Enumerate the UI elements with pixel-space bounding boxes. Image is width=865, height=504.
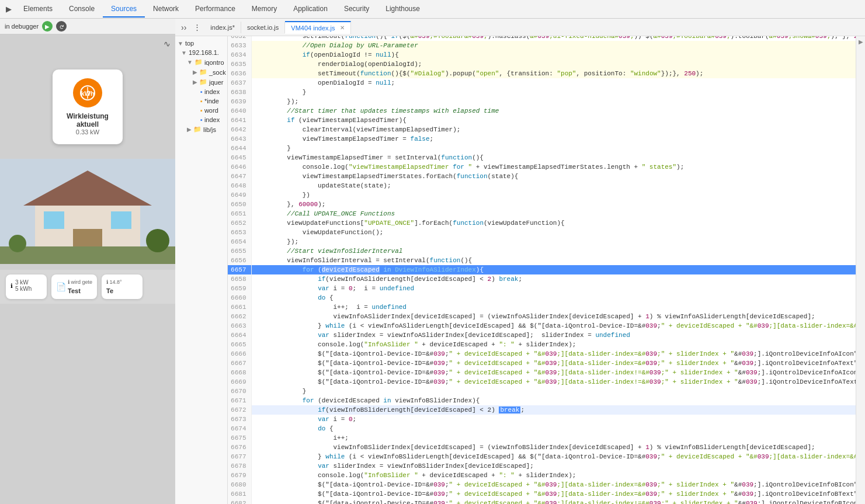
more-tabs-button[interactable]: ›› <box>178 20 190 34</box>
tab-sources[interactable]: Sources <box>103 1 145 18</box>
tree-item-jquery[interactable]: ▶ 📁 jquer <box>175 77 227 87</box>
code-content: if(viewInfoASliderLength[deviceIdEscaped… <box>251 274 856 284</box>
code-row-6680: 6680 $("[data-iQontrol-Device-ID=&#039;"… <box>228 480 856 489</box>
folder-icon: 📁 <box>194 58 203 66</box>
tree-item-index2[interactable]: ▪ index <box>175 115 227 124</box>
tree-item-word[interactable]: ▪ word <box>175 106 227 115</box>
code-row-6667: 6667 $("[data-iQontrol-Device-ID=&#039;"… <box>228 359 856 368</box>
line-number: 6634 <box>228 50 251 60</box>
line-number: 6660 <box>228 293 251 303</box>
code-content: console.log("InfoBSlider " + deviceIdEsc… <box>251 471 856 480</box>
file-icon: ▪ <box>200 107 203 114</box>
tab-performance[interactable]: Performance <box>187 1 244 18</box>
tree-label: top <box>185 40 194 47</box>
line-number: 6658 <box>228 274 251 284</box>
tree-item-domain[interactable]: ▼ 192.168.1. <box>175 48 227 57</box>
app-content: ∿ kWh Wirkleistung aktuell 0.33 kW <box>0 34 175 504</box>
code-content: var i = 0; i = undefined <box>251 284 856 293</box>
tree-item-index1[interactable]: ▪ index <box>175 87 227 96</box>
debugger-label: in debugger <box>5 23 39 30</box>
code-row-6663: 6663 } while (i < viewInfoASliderLength[… <box>228 321 856 331</box>
line-number: 6641 <box>228 116 251 125</box>
inspect-icon[interactable]: ▶ <box>2 2 15 16</box>
code-content: if(viewInfoBSliderLength[deviceIdEscaped… <box>251 405 856 415</box>
code-content: }, 60000); <box>251 200 856 209</box>
code-content: do { <box>251 293 856 303</box>
tab-network[interactable]: Network <box>145 1 187 18</box>
line-number: 6644 <box>228 144 251 153</box>
line-number: 6636 <box>228 69 251 78</box>
code-row-6633: 6633 //Open Dialog by URL-Parameter <box>228 41 856 50</box>
code-row-6671: 6671 for (deviceIdEscaped in viewInfoBSl… <box>228 396 856 405</box>
line-number: 6648 <box>228 181 251 190</box>
card-te-label: Te <box>106 287 138 294</box>
code-row-6679: 6679 console.log("InfoBSlider " + device… <box>228 471 856 480</box>
folder-icon: 📁 <box>199 78 207 86</box>
code-row-6647: 6647 viewTimestampElapsedTimerStates.for… <box>228 172 856 181</box>
expand-icon: ▶ <box>187 126 192 133</box>
tab-console[interactable]: Console <box>61 1 103 18</box>
tree-item-libjs[interactable]: ▶ 📁 lib/js <box>175 124 227 134</box>
file-tab-socket-io[interactable]: socket.io.js <box>241 22 285 33</box>
file-icon: ▪ <box>200 88 203 95</box>
tab-application[interactable]: Application <box>285 1 336 18</box>
code-row-6669: 6669 $("[data-iQontrol-Device-ID=&#039;"… <box>228 377 856 387</box>
file-tab-close-icon[interactable]: ✕ <box>340 25 345 31</box>
code-row-6636: 6636 setTimeout(function(){$("#Dialog").… <box>228 69 856 78</box>
line-number: 6638 <box>228 88 251 97</box>
code-row-6649: 6649 }) <box>228 190 856 200</box>
expand-icon: ▼ <box>187 59 193 65</box>
tree-label: lib/js <box>203 126 216 133</box>
tab-security[interactable]: Security <box>336 1 377 18</box>
code-content: } while (i < viewInfoBSliderLength[devic… <box>251 452 856 461</box>
widget-value: 0.33 kW <box>76 128 99 135</box>
bottom-cards: ℹ 3 kW5 kWh 📄 ℹ wird gete Test <box>0 270 175 304</box>
debugger-bar: in debugger ▶ ↻ <box>0 19 175 34</box>
line-number: 6655 <box>228 246 251 256</box>
code-row-6662: 6662 viewInfoASliderIndex[deviceIdEscape… <box>228 312 856 321</box>
tree-item-index-star[interactable]: ▪ *inde <box>175 96 227 106</box>
code-content: }); <box>251 237 856 246</box>
code-content: viewInfoBSliderIndex[deviceIdEscaped] = … <box>251 443 856 452</box>
svg-rect-8 <box>0 246 175 264</box>
code-row-6668: 6668 $("[data-iQontrol-Device-ID=&#039;"… <box>228 368 856 377</box>
tab-elements[interactable]: Elements <box>15 1 61 18</box>
sidebar-toggle[interactable]: ▶ <box>856 36 865 504</box>
code-row-6677: 6677 } while (i < viewInfoBSliderLength[… <box>228 452 856 461</box>
line-number: 6667 <box>228 359 251 368</box>
code-row-6673: 6673 var i = 0; <box>228 415 856 424</box>
line-number: 6656 <box>228 256 251 265</box>
code-row-6675: 6675 i++; <box>228 433 856 443</box>
tab-lighthouse[interactable]: Lighthouse <box>377 1 428 18</box>
line-number: 6678 <box>228 461 251 471</box>
wifi-icon: ∿ <box>164 39 171 48</box>
line-number: 6680 <box>228 480 251 489</box>
code-row-6642: 6642 clearInterval(viewTimestampElapsedT… <box>228 125 856 134</box>
code-row-6661: 6661 i++; i = undefined <box>228 303 856 312</box>
line-number: 6651 <box>228 209 251 218</box>
file-tab-index-js[interactable]: index.js* <box>204 22 241 33</box>
code-row-6657: 6657 for (deviceIdEscaped in DviewInfoAS… <box>228 265 856 274</box>
line-number: 6657 <box>228 265 251 274</box>
code-row-6681: 6681 $("[data-iQontrol-Device-ID=&#039;"… <box>228 489 856 499</box>
code-content: viewTimestampElapsedTimer = setInterval(… <box>251 153 856 162</box>
card-power-val: 3 kW5 kWh <box>15 279 32 292</box>
resume-button[interactable]: ▶ <box>42 21 53 32</box>
card-test-label: Test <box>68 287 92 294</box>
tree-item-sock[interactable]: ▶ 📁 _sock <box>175 67 227 77</box>
folder-icon: 📁 <box>193 126 202 133</box>
code-editor[interactable]: 6628 }6629 deviceLinkedStateIdsToUpdate … <box>228 36 856 504</box>
code-row-6654: 6654 }); <box>228 237 856 246</box>
expand-icon: ▶ <box>193 79 197 85</box>
line-number: 6654 <box>228 237 251 246</box>
line-number: 6670 <box>228 387 251 396</box>
tree-item-top[interactable]: ▼ top <box>175 39 227 48</box>
file-tab-vm404[interactable]: VM404 index.js ✕ <box>285 21 350 34</box>
code-content: if (viewTimestampElapsedTimer){ <box>251 116 856 125</box>
tab-memory[interactable]: Memory <box>244 1 285 18</box>
more-options-icon[interactable]: ⋮ <box>190 20 204 34</box>
line-number: 6681 <box>228 489 251 499</box>
line-number: 6662 <box>228 312 251 321</box>
step-over-button[interactable]: ↻ <box>56 21 67 32</box>
tree-item-iqontro[interactable]: ▼ 📁 iqontro <box>175 57 227 67</box>
